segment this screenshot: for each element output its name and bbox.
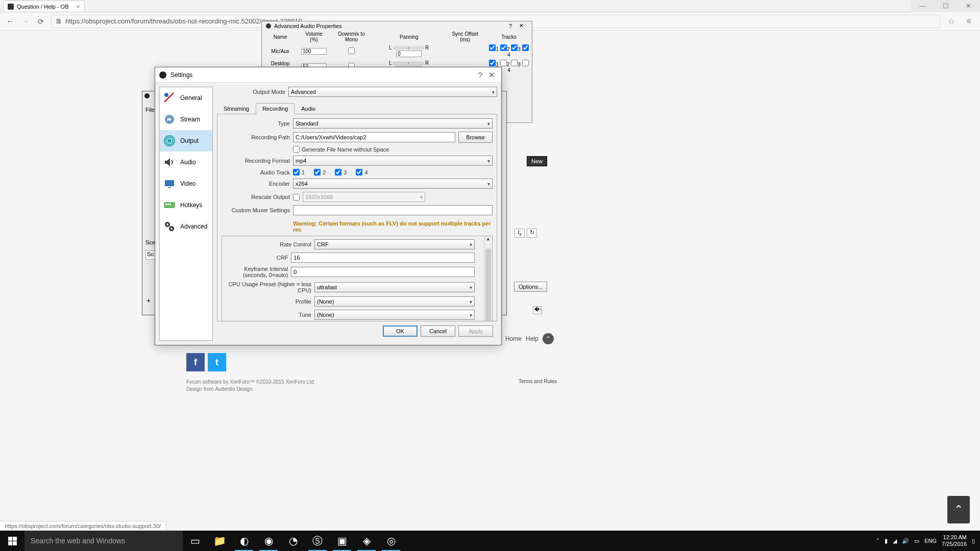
sidebar-item-label: Video [180,180,195,187]
tab-streaming[interactable]: Streaming [217,103,256,114]
audio-track-3-checkbox[interactable]: 3 [335,169,350,176]
chrome-icon[interactable]: ◉ [256,531,281,551]
track-4-checkbox[interactable] [522,60,529,66]
steam-icon[interactable]: ◐ [232,531,256,551]
audio-props-help-icon[interactable]: ? [509,23,512,29]
sidebar-item-general[interactable]: General [160,87,212,109]
sidebar-item-advanced[interactable]: Advanced [160,216,212,237]
recording-path-input[interactable] [293,132,455,142]
nav-forward-icon[interactable]: → [20,17,31,26]
type-label: Type [222,120,293,127]
rate-control-select[interactable]: CRF [314,239,475,249]
volume-input[interactable] [301,48,327,55]
cancel-button[interactable]: Cancel [421,325,455,337]
scroll-up-icon[interactable]: ▴ [484,236,492,242]
window-maximize-icon[interactable]: ☐ [934,0,957,12]
audio-track-4-checkbox[interactable]: 4 [356,169,371,176]
sidebar-item-output[interactable]: Output [160,130,212,152]
keyframe-input[interactable] [291,267,475,277]
tune-select[interactable]: (None) [314,310,475,320]
window-minimize-icon[interactable]: — [911,0,934,12]
scroll-thumb[interactable] [485,248,491,321]
settings-sidebar: General Stream Output Audio [159,87,213,341]
cpu-preset-select[interactable]: ultrafast [314,282,475,292]
add-icon[interactable]: + [146,296,151,305]
discord-icon[interactable]: ▣ [330,531,354,551]
twitter-icon[interactable]: t [208,353,226,371]
track-3-checkbox[interactable] [511,60,518,66]
format-select[interactable]: mp4 [293,156,493,166]
profile-select[interactable]: (None) [314,296,475,307]
action-center-icon[interactable]: ▭ [914,538,919,544]
skype-icon[interactable]: Ⓢ [305,531,330,551]
pan-slider[interactable] [393,46,424,49]
volume-icon[interactable]: 🔊 [902,538,909,544]
task-view-icon[interactable]: ▭ [183,531,207,551]
ok-button[interactable]: OK [383,325,418,337]
help-link[interactable]: Help [526,335,538,342]
audio-track-1-checkbox[interactable]: 1 [293,169,308,176]
battery-icon[interactable]: ▮ [885,538,888,544]
bookmark-star-icon[interactable]: ☆ [945,16,958,26]
file-menu[interactable]: File [145,107,155,113]
browser-tab[interactable]: Question / Help - OB × [3,1,85,12]
track-4-checkbox[interactable] [522,44,529,51]
gen-no-space-checkbox[interactable]: Generate File Name without Space [293,146,392,153]
file-explorer-icon[interactable]: 📁 [207,531,232,551]
rescale-checkbox[interactable] [293,194,300,201]
home-link[interactable]: Home [505,335,522,342]
general-icon [163,91,176,105]
tab-audio[interactable]: Audio [295,103,322,114]
tab-close-icon[interactable]: × [76,3,80,11]
page-scroll-top-button[interactable]: ⌃ [947,496,970,523]
reload-icon[interactable]: ⟳ [36,17,46,26]
audio-track-2-checkbox[interactable]: 2 [314,169,329,176]
options-button[interactable]: Options... [514,282,547,292]
output-mode-select[interactable]: Advanced [288,87,497,97]
refresh-icon[interactable]: ↻ [527,229,537,238]
audio-props-close-icon[interactable]: ✕ [519,22,524,29]
sidebar-item-video[interactable]: Video [160,173,212,194]
track-1-checkbox[interactable] [489,44,496,51]
muxer-input[interactable] [293,205,493,215]
tray-chevron-icon[interactable]: ˄ [876,538,879,544]
video-icon [163,177,176,190]
notifications-icon[interactable]: ▯ [972,538,975,544]
sidebar-item-stream[interactable]: Stream [160,109,212,130]
muxer-label: Custom Muxer Settings [222,207,293,213]
nav-back-icon[interactable]: ← [5,17,15,26]
downmix-checkbox[interactable] [348,47,355,54]
clear-format-icon[interactable]: Ix [514,229,525,238]
dialog-close-icon[interactable]: ✕ [486,70,497,80]
terms-link[interactable]: Terms and Rules [519,379,557,384]
tab-recording[interactable]: Recording [256,103,295,114]
crf-input[interactable] [291,253,475,263]
sidebar-item-label: Advanced [180,223,207,230]
track-1-checkbox[interactable] [489,60,496,66]
track-3-checkbox[interactable] [511,44,518,51]
obs-studio-icon[interactable]: ◈ [354,531,379,551]
obs-classic-icon[interactable]: ◎ [379,531,403,551]
tree-icon[interactable]: �⁝ [533,306,542,314]
type-select[interactable]: Standard [293,118,493,129]
pan-slider[interactable] [393,62,424,65]
sync-input[interactable] [396,51,422,57]
encoder-scrollbar[interactable]: ▴ ▾ [484,236,492,321]
scroll-top-icon[interactable]: ⌃ [543,333,554,344]
dialog-help-icon[interactable]: ? [475,70,486,79]
sidebar-item-audio[interactable]: Audio [160,152,212,173]
chrome-menu-icon[interactable]: ≡ [963,17,975,26]
wifi-icon[interactable]: ◢ [893,538,897,544]
logitech-icon[interactable]: ◔ [281,531,305,551]
taskbar-clock[interactable]: 12:20 AM 7/25/2016 [942,534,967,547]
window-close-icon[interactable]: ✕ [957,0,980,12]
track-2-checkbox[interactable] [500,44,507,51]
track-2-checkbox[interactable] [500,60,507,66]
taskbar-search[interactable]: Search the web and Windows [24,531,183,551]
sidebar-item-hotkeys[interactable]: Hotkeys [160,194,212,216]
start-button[interactable] [0,531,24,551]
encoder-select[interactable]: x264 [293,179,493,189]
facebook-icon[interactable]: f [186,353,205,371]
browse-button[interactable]: Browse [458,132,493,143]
input-lang[interactable]: ENG [924,538,937,544]
